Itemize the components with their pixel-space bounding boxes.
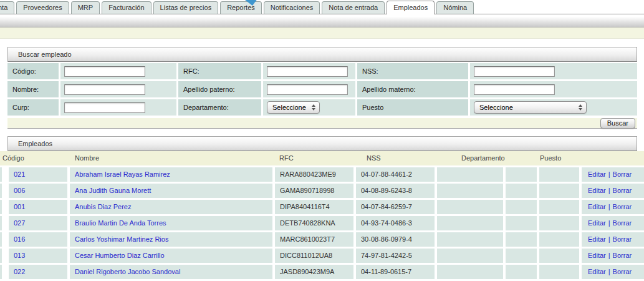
employee-rfc-cell: DICC811012UA8	[275, 249, 353, 263]
employee-extra-cell	[506, 265, 537, 279]
employee-nss-cell: 04-93-74-0486-3	[356, 216, 435, 230]
employee-code-cell: 013	[9, 249, 67, 263]
employee-code-link[interactable]: 001	[14, 203, 25, 210]
row-edge-cell	[0, 167, 2, 182]
employee-name-link[interactable]: Carlos Yoshimar Martinez Rios	[75, 235, 168, 243]
editar-link[interactable]: Editar	[588, 203, 606, 210]
apellido-materno-label: Apellido materno:	[357, 81, 468, 97]
employee-puesto-cell	[539, 184, 579, 198]
apellido-paterno-label: Apellido paterno:	[178, 81, 261, 97]
curp-input[interactable]	[64, 102, 145, 113]
employee-code-link[interactable]: 006	[14, 187, 25, 194]
tab-notificaciones[interactable]: Notificaciones	[264, 1, 320, 14]
row-edge-cell	[0, 232, 2, 247]
employee-departamento-cell	[437, 216, 503, 230]
employee-puesto-cell	[539, 167, 579, 182]
tab-empleados[interactable]: Empleados	[387, 1, 435, 14]
codigo-input[interactable]	[64, 66, 145, 77]
column-header-nss: NSS	[367, 151, 381, 165]
row-edge-cell	[0, 200, 2, 214]
select-stepper-icon	[309, 102, 319, 112]
employee-name-cell: Daniel Rigoberto Jacobo Sandoval	[70, 265, 272, 279]
employee-code-link[interactable]: 021	[14, 170, 25, 178]
editar-link[interactable]: Editar	[588, 268, 606, 275]
employee-name-link[interactable]: Daniel Rigoberto Jacobo Sandoval	[75, 268, 180, 275]
table-row: 016Carlos Yoshimar Martinez RiosMARC8610…	[0, 232, 644, 247]
editar-link[interactable]: Editar	[588, 235, 606, 243]
app-window: nta Proveedores MRP Facturación Listas d…	[0, 0, 644, 281]
editar-link[interactable]: Editar	[588, 170, 606, 178]
borrar-link[interactable]: Borrar	[613, 170, 632, 178]
borrar-link[interactable]: Borrar	[613, 252, 632, 259]
employee-departamento-cell	[437, 232, 503, 247]
editar-link[interactable]: Editar	[588, 219, 606, 227]
tab-mrp[interactable]: MRP	[71, 1, 100, 14]
tab-listas-de-precios[interactable]: Listas de precios	[153, 1, 219, 14]
employee-rfc-cell: DIPA8404116T4	[275, 200, 353, 214]
row-edge-cell	[0, 184, 2, 198]
puesto-select[interactable]: Seleccione	[474, 101, 587, 114]
departamento-select[interactable]: Seleccione	[267, 101, 320, 114]
action-separator: |	[608, 235, 610, 243]
apellido-materno-field-cell	[470, 81, 637, 97]
nss-input[interactable]	[474, 66, 555, 77]
borrar-link[interactable]: Borrar	[613, 203, 632, 210]
nombre-input[interactable]	[64, 84, 145, 95]
column-header-codigo: Código	[2, 151, 24, 165]
borrar-link[interactable]: Borrar	[613, 187, 632, 194]
row-edge-cell	[0, 249, 2, 263]
employee-name-link[interactable]: Anubis Diaz Perez	[75, 203, 132, 210]
editar-link[interactable]: Editar	[588, 252, 606, 259]
table-row: 013Cesar Humberto Diaz CarrilloDICC81101…	[0, 249, 644, 263]
employee-departamento-cell	[437, 167, 503, 182]
employee-name-link[interactable]: Cesar Humberto Diaz Carrillo	[75, 252, 165, 259]
borrar-link[interactable]: Borrar	[613, 235, 632, 243]
search-form: Código: RFC: NSS: Nombre: Apellido pater…	[7, 62, 637, 117]
tab-nota-de-entrada[interactable]: Nota de entrada	[322, 1, 385, 14]
apellido-paterno-input[interactable]	[267, 84, 348, 95]
employee-code-link[interactable]: 027	[14, 219, 25, 227]
row-actions-cell: Editar|Borrar	[582, 200, 644, 214]
employee-name-cell: Cesar Humberto Diaz Carrillo	[70, 249, 272, 263]
nombre-label: Nombre:	[7, 81, 59, 97]
tab-nomina[interactable]: Nómina	[436, 1, 474, 14]
employee-code-link[interactable]: 013	[14, 252, 25, 259]
employee-name-link[interactable]: Abraham Israel Rayas Ramirez	[75, 170, 170, 178]
employee-name-link[interactable]: Ana Judith Gauna Morett	[75, 187, 151, 194]
puesto-label: Puesto	[357, 99, 468, 116]
tab-venta[interactable]: nta	[0, 1, 14, 14]
employee-name-cell: Ana Judith Gauna Morett	[70, 184, 272, 198]
employee-nss-cell: 30-08-86-0979-4	[356, 232, 435, 247]
search-panel-footer: Buscar	[7, 117, 637, 129]
table-row: 006Ana Judith Gauna MorettGAMA8907189980…	[0, 184, 644, 198]
employee-rfc-cell: DETB740828KNA	[275, 216, 353, 230]
employee-name-cell: Anubis Diaz Perez	[70, 200, 272, 214]
borrar-link[interactable]: Borrar	[613, 219, 632, 227]
subheader-strip	[0, 27, 644, 39]
action-separator: |	[608, 187, 610, 194]
employee-name-link[interactable]: Braulio Martin De Anda Torres	[75, 219, 166, 227]
row-actions-cell: Editar|Borrar	[582, 265, 644, 279]
employee-code-link[interactable]: 022	[14, 268, 25, 275]
borrar-link[interactable]: Borrar	[613, 268, 632, 275]
buscar-button[interactable]: Buscar	[600, 118, 635, 129]
row-actions-cell: Editar|Borrar	[582, 216, 644, 230]
apellido-materno-input[interactable]	[474, 84, 555, 95]
row-actions-cell: Editar|Borrar	[582, 232, 644, 247]
rfc-label: RFC:	[178, 63, 261, 79]
departamento-label: Departamento:	[178, 99, 261, 116]
row-actions-cell: Editar|Borrar	[582, 184, 644, 198]
employee-nss-cell: 04-11-89-0615-7	[356, 265, 435, 279]
tab-proveedores[interactable]: Proveedores	[16, 1, 69, 14]
puesto-field-cell: Seleccione	[470, 99, 637, 116]
row-edge-cell	[0, 216, 2, 230]
editar-link[interactable]: Editar	[588, 187, 606, 194]
employee-name-cell: Carlos Yoshimar Martinez Rios	[70, 232, 272, 247]
employee-rfc-cell: GAMA890718998	[275, 184, 353, 198]
tab-facturacion[interactable]: Facturación	[102, 1, 151, 14]
departamento-select-value: Seleccione	[267, 104, 309, 111]
employee-code-cell: 016	[9, 232, 67, 247]
employee-code-link[interactable]: 016	[14, 235, 25, 243]
rfc-input[interactable]	[267, 66, 348, 77]
employee-rfc-cell: MARC8610023T7	[275, 232, 353, 247]
